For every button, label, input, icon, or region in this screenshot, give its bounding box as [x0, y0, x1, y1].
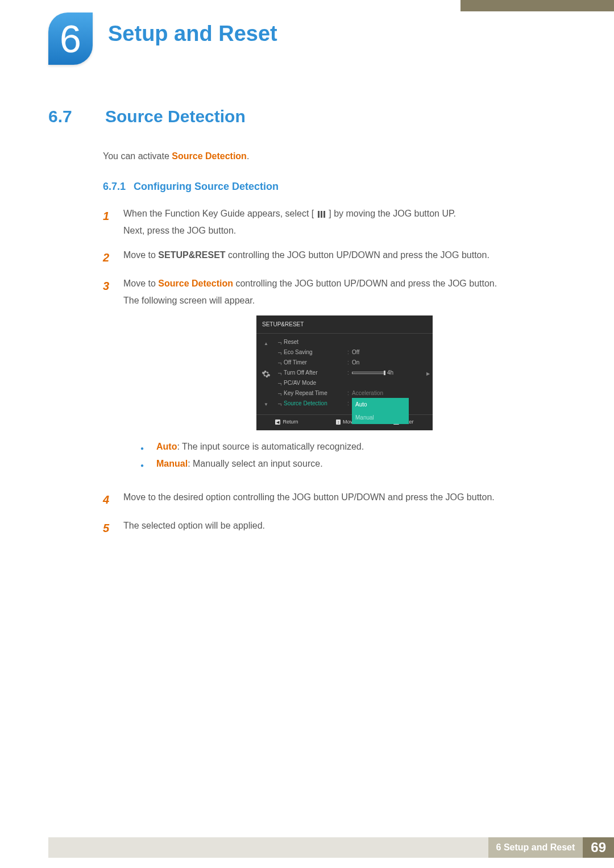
gear-icon: [262, 369, 271, 379]
subsection-title: Configuring Source Detection: [134, 181, 279, 193]
bullet-manual: Manual: Manually select an input source.: [156, 455, 323, 472]
page-footer: 6 Setup and Reset 69: [48, 837, 614, 858]
osd-row-timer-val: On: [352, 357, 419, 368]
osd-row-repeat-label: Key Repeat Time: [284, 388, 347, 398]
step-3-a: Move to: [123, 279, 158, 288]
step-5-number: 5: [103, 517, 113, 539]
intro-pre: You can activate: [103, 151, 172, 161]
osd-row-source-label: Source Detection: [284, 398, 347, 409]
step-1-number: 1: [103, 205, 113, 240]
step-4-body: Move to the desired option controlling t…: [123, 489, 566, 510]
bullet-auto: Auto: The input source is automatically …: [156, 438, 364, 455]
osd-row-turnoff-val: 4h: [387, 367, 393, 378]
osd-row-timer-label: Off Timer: [284, 357, 347, 368]
bullet-manual-text: : Manually select an input source.: [188, 459, 322, 468]
osd-row-turnoff-label: Turn Off After: [284, 367, 347, 378]
osd-dropdown: Auto Manual: [352, 398, 409, 424]
top-accent-bar: [460, 0, 614, 11]
step-2-body: Move to SETUP&RESET controlling the JOG …: [123, 247, 566, 268]
step-1-b: by moving the JOG button UP.: [334, 209, 456, 218]
step-3-b: controlling the JOG button UP/DOWN and p…: [233, 279, 497, 288]
section-number: 6.7: [48, 107, 88, 126]
bracket-left: [: [312, 209, 314, 218]
intro-text: You can activate Source Detection.: [103, 151, 566, 161]
step-1-c: Next, press the JOG button.: [123, 226, 236, 235]
footer-chapter-label: 6 Setup and Reset: [488, 837, 583, 858]
bracket-right: ]: [329, 209, 331, 218]
osd-row-reset: Reset: [284, 337, 347, 347]
osd-row-pcav: PC/AV Mode: [284, 377, 347, 388]
bullet-dot: ●: [140, 455, 146, 472]
osd-row-eco-val: Off: [352, 347, 419, 358]
subsection-number: 6.7.1: [103, 181, 126, 193]
osd-row-eco-label: Eco Saving: [284, 347, 347, 358]
step-3-number: 3: [103, 275, 113, 482]
step-3-body: Move to Source Detection controlling the…: [123, 275, 566, 482]
osd-title: SETUP&RESET: [256, 315, 433, 334]
footer-page-number: 69: [583, 837, 614, 858]
return-icon: ◀: [275, 420, 280, 425]
intro-bold: Source Detection: [172, 151, 247, 161]
step-2-bold: SETUP&RESET: [158, 250, 225, 260]
chapter-badge: 6: [48, 13, 93, 65]
step-2-b: controlling the JOG button UP/DOWN and p…: [226, 250, 489, 260]
menu-icon: [317, 211, 326, 218]
osd-slider: [352, 372, 385, 374]
bullet-manual-bold: Manual: [156, 459, 188, 468]
bullet-auto-text: : The input source is automatically reco…: [177, 442, 364, 451]
step-2-number: 2: [103, 247, 113, 268]
step-3-c: The following screen will appear.: [123, 296, 255, 305]
osd-arrow-up-icon: ▲: [264, 339, 268, 348]
step-2-a: Move to: [123, 250, 158, 260]
osd-dropdown-manual: Manual: [352, 411, 409, 424]
bullet-dot: ●: [140, 438, 146, 455]
move-icon: ↕: [336, 420, 341, 425]
osd-dropdown-auto: Auto: [352, 398, 409, 411]
osd-arrow-down-icon: ▼: [264, 400, 268, 409]
step-5-body: The selected option will be applied.: [123, 517, 566, 539]
osd-row-repeat-val: Acceleration: [352, 388, 419, 398]
step-1-body: When the Function Key Guide appears, sel…: [123, 205, 566, 240]
intro-post: .: [247, 151, 249, 161]
step-3-bold: Source Detection: [158, 279, 233, 288]
chapter-title: Setup and Reset: [108, 22, 277, 46]
osd-arrow-right-icon: ▶: [426, 369, 430, 378]
osd-footer-return: Return: [283, 417, 298, 427]
bullet-auto-bold: Auto: [156, 442, 177, 451]
step-1-a: When the Function Key Guide appears, sel…: [123, 209, 312, 218]
osd-screenshot: SETUP&RESET ▲ ▼ Reset Eco Saving:Off Off…: [256, 315, 433, 430]
section-title: Source Detection: [105, 107, 246, 126]
step-4-number: 4: [103, 489, 113, 510]
